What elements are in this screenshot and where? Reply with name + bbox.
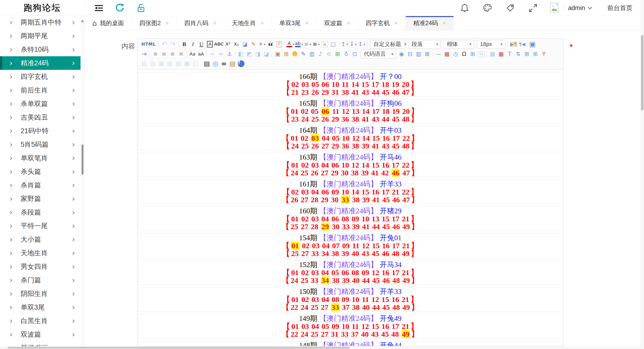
redo-button[interactable]: ↷	[169, 40, 177, 48]
font-family-select[interactable]: 楷体▾	[444, 40, 474, 48]
sidebar-item[interactable]: ›21码中特›	[0, 124, 80, 138]
unlock-icon[interactable]	[136, 3, 146, 13]
tab-单双3尾[interactable]: 单双3尾×	[272, 16, 316, 30]
row-spacing-top-button[interactable]: ↥▾	[340, 40, 349, 48]
subscript-button[interactable]: X₂	[232, 40, 241, 48]
attachment-button[interactable]: ⊂	[325, 50, 333, 58]
special-chars-button[interactable]: Ω	[460, 50, 468, 58]
tab-四字玄机[interactable]: 四字玄机×	[358, 16, 406, 30]
emotion-button[interactable]: ☻	[291, 50, 299, 58]
justify-center-button[interactable]: ≡	[160, 50, 168, 58]
search-replace-button[interactable]: ∞	[220, 60, 228, 68]
merge-down-button[interactable]: ▦	[157, 60, 166, 68]
horizontal-scrollbar-thumb[interactable]	[8, 347, 350, 349]
background-color-button[interactable]: ab▾	[295, 40, 303, 48]
tab-close-icon[interactable]: ×	[442, 20, 446, 27]
row-spacing-bottom-button[interactable]: ↧▾	[349, 40, 357, 48]
tab-天地生肖[interactable]: 天地生肖×	[224, 16, 272, 30]
clear-doc-button[interactable]: ▢	[329, 40, 338, 48]
sidebar-item[interactable]: ›杀头篇›	[0, 165, 80, 178]
tab-close-icon[interactable]: ×	[260, 20, 264, 27]
print-button[interactable]: ▤	[203, 60, 211, 68]
insert-image-button[interactable]: ▣	[273, 50, 282, 58]
direction-rtl-button[interactable]: ¶◀	[518, 40, 527, 48]
custom-style-select[interactable]: 自定义标题▾	[370, 40, 406, 48]
horizontal-scrollbar[interactable]	[0, 346, 644, 349]
horizontal-rule-button[interactable]: —	[434, 50, 443, 58]
user-menu[interactable]: admin	[568, 4, 593, 12]
map-button[interactable]: ⊞	[333, 50, 342, 58]
line-height-button[interactable]: ↕▾	[357, 40, 366, 48]
insert-video-button[interactable]: ▥	[308, 50, 316, 58]
underline-button[interactable]: U	[197, 40, 206, 48]
sidebar-item[interactable]: ›家野篇›	[0, 192, 80, 206]
preview-button[interactable]: ◎	[211, 60, 220, 68]
ordered-list-button[interactable]: ≡▾	[303, 40, 312, 48]
word-image-button[interactable]: W	[477, 50, 486, 58]
sidebar-scrollbar[interactable]	[80, 16, 85, 349]
sidebar-scrollbar-thumb[interactable]	[82, 144, 84, 175]
sidebar-item[interactable]: ›杀段篇›	[0, 206, 80, 219]
image-right-button[interactable]: ◪	[262, 50, 271, 58]
avatar[interactable]	[550, 3, 559, 14]
strikethrough-button[interactable]: ABC	[214, 40, 224, 48]
tab-close-icon[interactable]: ×	[394, 20, 398, 27]
insert-code-button[interactable]: ◉	[397, 50, 406, 58]
select-all-button[interactable]: a	[320, 40, 329, 48]
image-none-button[interactable]: ◧	[236, 50, 245, 58]
sidebar-item[interactable]: ›天地生肖›	[0, 246, 80, 260]
google-map-button[interactable]: ♁	[342, 50, 350, 58]
paste-as-text-button[interactable]: T	[275, 40, 284, 48]
blockquote-button[interactable]: “	[266, 40, 275, 48]
merge-cells-button[interactable]: ▤	[140, 60, 148, 68]
clear-table-button[interactable]: ▢	[191, 60, 200, 68]
insert-col-button[interactable]: ⊞	[531, 50, 540, 58]
auto-typeset-button[interactable]: ✳▾	[258, 40, 266, 48]
split-cell-button[interactable]: ▩	[183, 60, 191, 68]
sidebar-item[interactable]: ›平特一尾›	[0, 219, 80, 233]
fullscreen-icon[interactable]	[529, 4, 538, 13]
editor-edit-area[interactable]: 166期【澳门精准24码】开？00【0203050610111415171819…	[137, 70, 563, 346]
scrawl-button[interactable]: ✎	[299, 50, 308, 58]
sidebar-item[interactable]: ›单双3尾›	[0, 301, 80, 314]
justify-all-button[interactable]: ≡	[177, 50, 185, 58]
sidebar-item[interactable]: ›杀单双篇›	[0, 97, 80, 111]
insert-time-button[interactable]: ◷	[451, 50, 460, 58]
tab-close-icon[interactable]: ×	[165, 20, 169, 27]
tab-四张图2[interactable]: 四张图2×	[132, 16, 177, 30]
code-language-select[interactable]: 代码语言▾	[360, 50, 396, 58]
unordered-list-button[interactable]: ≡▾	[312, 40, 320, 48]
vertical-scrollbar[interactable]	[640, 0, 644, 349]
sidebar-item[interactable]: ›大小篇›	[0, 233, 80, 246]
paragraph-select[interactable]: 段落▾	[409, 40, 441, 48]
sidebar-item[interactable]: ›杀肖篇›	[0, 178, 80, 192]
vertical-scrollbar-thumb[interactable]	[641, 35, 643, 111]
sidebar-item[interactable]: ›杀门篇›	[0, 273, 80, 287]
sidebar-item[interactable]: ›阴阳生肖›	[0, 287, 80, 301]
sidebar-item[interactable]: ›5肖5码篇›	[0, 138, 80, 151]
tab-四肖八码[interactable]: 四肖八码×	[177, 16, 224, 30]
justify-right-button[interactable]: ≡	[168, 50, 177, 58]
sidebar-item[interactable]: ›两期平尾›	[0, 29, 80, 43]
music-button[interactable]: ♪	[316, 50, 325, 58]
delete-table-button[interactable]: ▦	[497, 50, 505, 58]
font-size-select[interactable]: 18px▾	[477, 40, 505, 48]
scroll-up-arrow-icon[interactable]	[81, 20, 84, 22]
source-button[interactable]: HTML	[140, 40, 157, 48]
insert-table-button[interactable]: ▦	[488, 50, 497, 58]
background-button[interactable]: ▥	[414, 50, 423, 58]
format-painter-button[interactable]: ✎	[249, 40, 258, 48]
tab-双波篇[interactable]: 双波篇×	[317, 16, 358, 30]
font-color-button[interactable]: A▾	[286, 40, 295, 48]
font-border-button[interactable]: A	[206, 40, 214, 48]
palette-icon[interactable]	[483, 4, 492, 13]
merge-right-button[interactable]: ▥	[148, 60, 157, 68]
bold-button[interactable]: B	[180, 40, 189, 48]
sidebar-item[interactable]: ›前后生肖›	[0, 83, 80, 97]
collapse-menu-icon[interactable]	[94, 4, 104, 12]
italic-button[interactable]: I	[189, 40, 197, 48]
insert-iframe-button[interactable]: ⊡	[350, 50, 359, 58]
cell-border-button[interactable]: Y	[540, 50, 548, 58]
sidebar-item[interactable]: ›双波篇›	[0, 328, 80, 341]
page-break-button[interactable]: ⊟	[406, 50, 414, 58]
